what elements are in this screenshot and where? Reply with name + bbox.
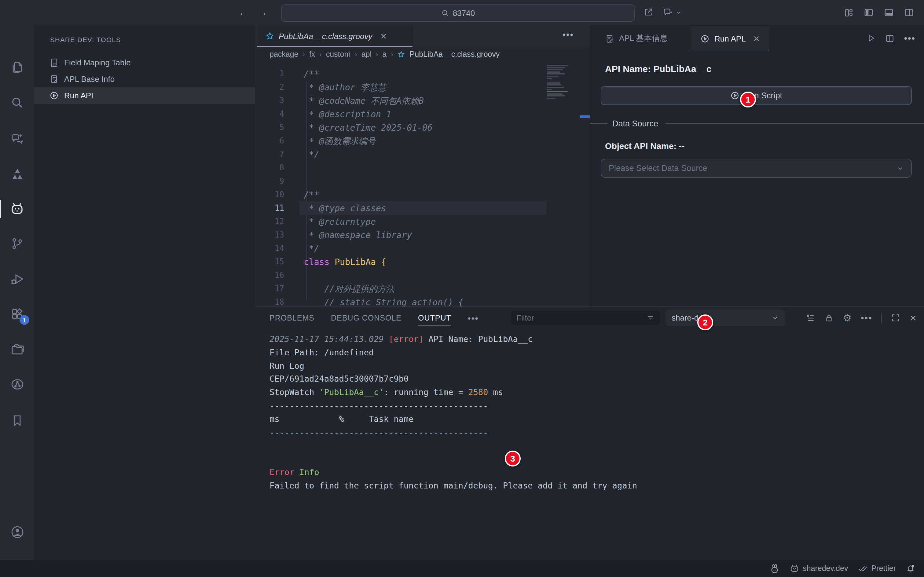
status-bar: sharedev.dev Prettier (0, 560, 924, 577)
toggle-secondary-sidebar-icon[interactable] (904, 7, 914, 18)
breadcrumb-separator: › (391, 51, 393, 58)
sidebar-title: SHARE DEV: TOOLS (50, 36, 255, 44)
folder-icon[interactable] (0, 336, 34, 363)
section-title: Data Source (612, 119, 658, 128)
toggle-primary-sidebar-icon[interactable] (864, 7, 874, 18)
run-icon[interactable] (867, 34, 876, 43)
more-actions-icon[interactable]: ••• (904, 33, 916, 44)
logo-3d-icon[interactable] (0, 161, 34, 187)
line-number: 15 (255, 255, 284, 269)
output-filter-input[interactable]: Filter (511, 311, 660, 325)
code-text: * @namespace library (299, 228, 546, 242)
panel-more-tabs-icon[interactable]: ••• (468, 313, 478, 323)
clear-output-icon[interactable] (805, 313, 815, 323)
chevron-down-icon (897, 164, 904, 172)
breadcrumb-separator: › (319, 51, 321, 58)
ai-chat-icon[interactable] (0, 125, 34, 152)
code-line: 15class PubLibAa { (255, 255, 590, 269)
lock-icon[interactable] (824, 313, 834, 322)
formatter-indicator[interactable]: Prettier (858, 564, 896, 573)
breadcrumb-separator: › (376, 51, 378, 58)
remote-indicator[interactable]: sharedev.dev (789, 564, 848, 573)
notifications-bell-icon[interactable] (906, 564, 916, 573)
code-line: 3 * @codeName 不同包A依赖B (255, 94, 590, 108)
code-line: 11 * @type classes (255, 201, 590, 215)
sidebar-item-field-maping-table[interactable]: Field Maping Table (34, 54, 255, 71)
run-script-button[interactable]: Run Script (601, 86, 912, 105)
tab-debug-console[interactable]: DEBUG CONSOLE (331, 307, 402, 329)
explorer-icon[interactable] (0, 54, 34, 81)
forward-icon[interactable]: → (257, 0, 268, 25)
share-graph-icon[interactable] (0, 371, 34, 398)
tab-output[interactable]: OUTPUT (418, 307, 451, 329)
chat-sparkle-icon[interactable] (663, 7, 674, 18)
editor-tab-strip: PubLibAa__c.class.groovy ✕ ••• (255, 25, 590, 47)
source-control-icon[interactable] (0, 230, 34, 257)
line-number: 7 (255, 148, 284, 161)
title-bar: ← → 83740 (0, 0, 924, 26)
editor-tab[interactable]: PubLibAa__c.class.groovy ✕ (257, 25, 413, 47)
code-text: */ (299, 148, 546, 161)
code-text: */ (299, 242, 546, 255)
breadcrumb-item[interactable]: custom (326, 50, 351, 59)
breadcrumb-item[interactable]: fx (309, 50, 315, 59)
breadcrumb-item[interactable]: package (270, 50, 299, 59)
code-line: 13 * @namespace library (255, 228, 590, 242)
activity-bar: 1 ⚙ (0, 25, 34, 560)
open-external-icon[interactable] (643, 7, 653, 17)
tab-problems[interactable]: PROBLEMS (270, 307, 314, 329)
breadcrumb-item[interactable]: PubLibAa__c.class.groovy (410, 50, 500, 59)
sidebar-item-run-apl[interactable]: Run APL (34, 87, 255, 104)
breadcrumb[interactable]: package›fx›custom›apl›a›PubLibAa__c.clas… (255, 47, 590, 62)
line-number: 5 (255, 121, 284, 134)
more-actions-icon[interactable]: ••• (861, 313, 872, 323)
data-source-select[interactable]: Please Select Data Source (601, 159, 912, 178)
customize-layout-icon[interactable] (844, 8, 854, 18)
sidebar-share-dev-tools: SHARE DEV: TOOLS Field Maping TableAPL B… (34, 25, 255, 560)
output-line: Error Info (270, 466, 911, 479)
tab-close-icon[interactable]: ✕ (380, 31, 387, 40)
filter-icon (646, 314, 654, 322)
maximize-panel-icon[interactable] (891, 313, 900, 322)
tab-apl-base-info[interactable]: APL 基本信息 (605, 26, 668, 51)
play-circle-icon (700, 34, 709, 43)
back-icon[interactable]: ← (238, 0, 249, 25)
run-debug-icon[interactable] (0, 266, 34, 292)
ide-window: ← → 83740 (0, 0, 924, 577)
split-editor-icon[interactable] (885, 33, 895, 43)
command-search-input[interactable]: 83740 (281, 4, 635, 22)
sidebar-item-apl-base-info[interactable]: APL Base Info (34, 71, 255, 87)
tab-run-apl[interactable]: Run APL ✕ (691, 26, 769, 51)
line-number: 17 (255, 282, 284, 295)
scrollbar-thumb[interactable] (580, 115, 590, 118)
output-line: ----------------------------------------… (270, 399, 911, 413)
breadcrumb-item[interactable]: a (382, 50, 386, 59)
output-line: Run Log (270, 359, 911, 373)
extensions-icon[interactable]: 1 (0, 300, 34, 327)
rabbit-icon[interactable] (769, 563, 779, 574)
close-panel-icon[interactable]: ✕ (909, 313, 917, 323)
formatter-name: Prettier (871, 564, 896, 573)
output-log[interactable]: 2025-11-17 15:44:13.029 [error] API Name… (270, 333, 911, 492)
editor-group: PubLibAa__c.class.groovy ✕ ••• package›f… (255, 25, 590, 306)
minimap[interactable] (547, 65, 584, 108)
tab-more-actions-icon[interactable]: ••• (562, 29, 574, 40)
account-icon[interactable] (0, 518, 34, 545)
gear-icon[interactable]: ⚙ (843, 312, 851, 324)
toggle-panel-icon[interactable] (884, 7, 894, 18)
output-channel-select[interactable]: share-dev (666, 309, 785, 326)
share-dev-robot-icon[interactable] (0, 195, 34, 222)
line-number: 1 (255, 67, 284, 81)
bookmark-icon[interactable] (0, 407, 34, 434)
star-icon (265, 31, 275, 40)
file-edit-icon (605, 34, 614, 43)
tab-label: Run APL (714, 34, 746, 43)
search-sidebar-icon[interactable] (0, 89, 34, 116)
breadcrumb-item[interactable]: apl (362, 50, 372, 59)
code-text (299, 269, 546, 282)
file-edit-icon (50, 74, 59, 84)
chevron-down-icon[interactable] (676, 10, 682, 15)
code-editor[interactable]: 1/**2 * @author 李慧慧3 * @codeName 不同包A依赖B… (255, 62, 590, 306)
tab-close-icon[interactable]: ✕ (753, 34, 760, 43)
star-icon (397, 50, 405, 58)
